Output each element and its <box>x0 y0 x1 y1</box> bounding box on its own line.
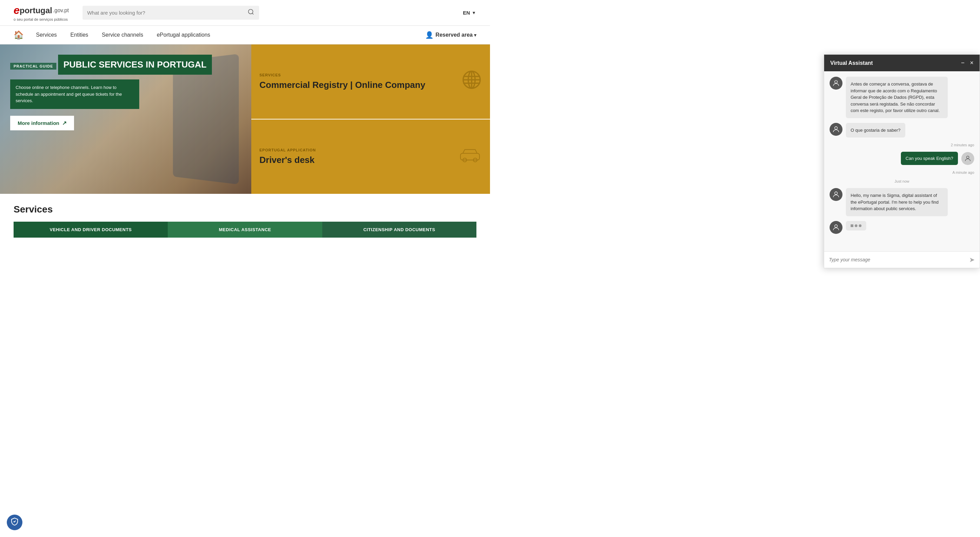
tab-medical-assistance[interactable]: MEDICAL ASSISTANCE <box>168 222 322 238</box>
services-panel[interactable]: SERVICES Commercial Registry | Online Co… <box>251 44 490 119</box>
reserved-area-label: Reserved area <box>436 32 473 38</box>
services-panel-label: SERVICES <box>259 73 461 77</box>
hero-content: PRACTICAL GUIDE PUBLIC SERVICES IN PORTU… <box>10 55 241 130</box>
tab-vehicle-documents[interactable]: VEHICLE AND DRIVER DOCUMENTS <box>14 222 168 238</box>
search-icon <box>248 8 255 17</box>
services-panel-title: Commercial Registry | Online Company <box>259 80 461 90</box>
car-icon <box>458 146 482 167</box>
hero-description: Choose online or telephone channels. Lea… <box>10 79 139 109</box>
nav-item-service-channels[interactable]: Service channels <box>95 26 150 44</box>
user-icon: 👤 <box>425 31 434 39</box>
application-panel[interactable]: EPORTUGAL APPLICATION Driver's desk <box>251 119 490 194</box>
nav-item-eportugal[interactable]: ePortugal applications <box>150 26 217 44</box>
home-icon[interactable]: 🏠 <box>14 26 29 44</box>
logo-e: e <box>14 4 20 17</box>
nav-item-entities[interactable]: Entities <box>64 26 95 44</box>
services-tabs: VEHICLE AND DRIVER DOCUMENTS MEDICAL ASS… <box>14 222 476 238</box>
tab-citizenship-documents[interactable]: CITIZENSHIP AND DOCUMENTS <box>322 222 476 238</box>
reserved-area-button[interactable]: 👤 Reserved area ▾ <box>425 31 476 39</box>
search-bar[interactable] <box>83 6 259 20</box>
hero-section: PRACTICAL GUIDE PUBLIC SERVICES IN PORTU… <box>0 44 490 194</box>
services-panel-text: SERVICES Commercial Registry | Online Co… <box>259 73 461 90</box>
header: e portugal .gov.pt o seu portal de servi… <box>0 0 490 26</box>
practical-guide-label: PRACTICAL GUIDE <box>10 63 56 70</box>
application-panel-label: EPORTUGAL APPLICATION <box>259 148 458 152</box>
svg-point-0 <box>248 10 253 14</box>
hero-right-panels: SERVICES Commercial Registry | Online Co… <box>251 44 490 194</box>
logo-subtitle: o seu portal de serviços públicos <box>14 17 69 21</box>
services-section: Services VEHICLE AND DRIVER DOCUMENTS ME… <box>0 194 490 245</box>
services-section-title: Services <box>14 204 476 215</box>
language-label: EN <box>463 10 470 16</box>
svg-line-1 <box>252 13 254 14</box>
logo-portugal: portugal <box>20 6 52 15</box>
language-selector[interactable]: EN ▾ <box>463 10 476 16</box>
more-information-button[interactable]: More information ↗ <box>10 116 74 130</box>
nav-item-services[interactable]: Services <box>29 26 64 44</box>
hero-title: PUBLIC SERVICES IN PORTUGAL <box>58 55 212 75</box>
logo-main: e portugal .gov.pt <box>14 4 69 17</box>
search-input[interactable] <box>87 10 245 16</box>
main-nav: 🏠 Services Entities Service channels ePo… <box>0 26 490 44</box>
logo-govpt: .gov.pt <box>53 8 69 14</box>
globe-icon <box>461 70 482 94</box>
application-panel-title: Driver's desk <box>259 155 458 165</box>
hero-image: PRACTICAL GUIDE PUBLIC SERVICES IN PORTU… <box>0 44 251 194</box>
more-information-label: More information <box>18 120 59 126</box>
arrow-icon: ↗ <box>62 120 67 126</box>
reserved-area-chevron-icon: ▾ <box>474 33 476 38</box>
language-chevron-icon: ▾ <box>473 10 475 15</box>
logo-area: e portugal .gov.pt o seu portal de servi… <box>14 4 69 21</box>
application-panel-text: EPORTUGAL APPLICATION Driver's desk <box>259 148 458 165</box>
